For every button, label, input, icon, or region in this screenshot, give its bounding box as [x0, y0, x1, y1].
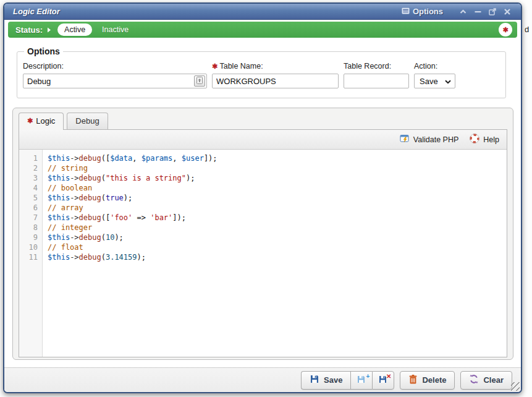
- code-token: (: [101, 194, 106, 202]
- table-name-field: ✱ Table Name:: [212, 62, 339, 88]
- code-line[interactable]: // boolean: [48, 183, 507, 193]
- code-token: =>: [132, 213, 150, 222]
- save-button-group: Save + ✕: [301, 371, 394, 390]
- popout-icon: [489, 8, 496, 15]
- titlebar[interactable]: Logic Editor Options: [4, 4, 521, 20]
- asterisk-icon: ✱: [502, 26, 508, 34]
- status-label: Status:: [15, 25, 43, 35]
- chevron-up-icon: [460, 9, 467, 14]
- delete-button[interactable]: Delete: [400, 371, 455, 390]
- table-name-label: ✱ Table Name:: [212, 62, 339, 70]
- code-token: ]);: [204, 154, 217, 163]
- code-line[interactable]: $this->debug(3.14159);: [48, 252, 507, 262]
- plus-badge-icon: +: [366, 374, 370, 380]
- table-record-input[interactable]: [344, 74, 409, 88]
- line-number: 8: [19, 223, 38, 233]
- code-line[interactable]: $this->debug(10);: [48, 233, 507, 242]
- line-number: 7: [19, 213, 38, 223]
- minus-icon: [475, 11, 481, 13]
- clear-button-label: Clear: [483, 375, 504, 385]
- close-button[interactable]: [501, 6, 513, 17]
- code-token: );: [114, 233, 123, 242]
- lifebuoy-icon: [470, 134, 479, 145]
- code-line[interactable]: $this->debug("this is a string");: [48, 173, 507, 183]
- code-token: ([: [101, 213, 110, 222]
- status-bar: Status: Active Inactive ✱: [8, 22, 517, 38]
- code-token: $params: [141, 154, 173, 163]
- table-record-label: Table Record:: [344, 62, 409, 70]
- status-option-active[interactable]: Active: [57, 23, 92, 36]
- help-button[interactable]: Help: [470, 134, 499, 145]
- action-select-value: Save: [420, 77, 438, 86]
- line-number: 2: [19, 163, 38, 173]
- close-icon: [504, 9, 510, 15]
- line-number: 1: [19, 153, 38, 163]
- save-button-label: Save: [324, 375, 342, 385]
- code-token: ([: [101, 154, 110, 163]
- code-token: 'foo': [110, 213, 132, 222]
- popout-button[interactable]: [486, 6, 499, 17]
- editor-toolbar: Validate PHP Help: [19, 130, 507, 150]
- code-token: debug: [79, 233, 101, 242]
- tab-logic[interactable]: ✱ Logic: [19, 113, 64, 130]
- code-token: debug: [79, 154, 101, 163]
- code-token: debug: [79, 194, 101, 202]
- code-token: debug: [79, 174, 101, 182]
- code-token: // float: [48, 243, 83, 252]
- code-line[interactable]: // array: [48, 203, 507, 213]
- clear-button[interactable]: Clear: [460, 371, 512, 390]
- line-number: 4: [19, 183, 38, 193]
- list-icon: [402, 7, 410, 17]
- code-token: $this: [48, 194, 70, 202]
- table-name-input[interactable]: [212, 74, 339, 88]
- line-number: 10: [19, 242, 38, 252]
- validate-php-button[interactable]: Validate PHP: [400, 134, 458, 145]
- collapse-button[interactable]: [457, 6, 469, 17]
- action-select[interactable]: Save: [414, 74, 455, 88]
- caret-right-icon: [47, 27, 51, 33]
- resize-grip[interactable]: [511, 382, 520, 391]
- minimize-button[interactable]: [471, 6, 484, 17]
- code-line[interactable]: $this->debug(['foo' => 'bar']);: [48, 213, 507, 223]
- code-area[interactable]: 1234567891011 $this->debug([$data, $para…: [19, 150, 507, 357]
- save-and-new-button[interactable]: +: [350, 371, 372, 390]
- save-button[interactable]: Save: [301, 371, 350, 390]
- code-token: ->: [70, 233, 78, 242]
- table-name-label-text: Table Name:: [219, 62, 263, 70]
- line-number: 6: [19, 203, 38, 213]
- tab-debug[interactable]: Debug: [67, 113, 108, 129]
- code-line[interactable]: // string: [48, 163, 507, 173]
- code-token: (: [101, 174, 106, 182]
- description-input[interactable]: [23, 74, 207, 88]
- logic-editor-dialog: Logic Editor Options Status:: [3, 2, 522, 393]
- validate-php-icon: [400, 134, 410, 145]
- code-token: ]);: [172, 213, 186, 222]
- code-token: );: [186, 174, 195, 182]
- code-token: // boolean: [48, 184, 92, 192]
- code-token: (: [101, 253, 106, 262]
- code-token: // integer: [48, 223, 92, 232]
- code-line[interactable]: $this->debug([$data, $params, $user]);: [48, 153, 507, 163]
- code-token: ->: [70, 194, 78, 202]
- save-plus-icon: [357, 374, 366, 386]
- code-line[interactable]: // float: [48, 242, 507, 252]
- code-line[interactable]: $this->debug(true);: [48, 193, 507, 203]
- line-number: 11: [19, 252, 38, 262]
- save-disk-icon: [310, 374, 319, 386]
- code-token: $user: [182, 154, 204, 163]
- options-menu-button[interactable]: Options: [402, 7, 443, 17]
- screen: d Logic Editor Options: [0, 0, 532, 397]
- code-token: $this: [48, 174, 70, 182]
- code-content[interactable]: $this->debug([$data, $params, $user]);//…: [43, 150, 507, 357]
- status-option-inactive[interactable]: Inactive: [102, 25, 129, 34]
- code-token: debug: [79, 253, 101, 262]
- description-field: Description:: [23, 62, 207, 88]
- tab-strip: ✱ Logic Debug: [13, 108, 513, 129]
- code-token: ->: [70, 253, 78, 262]
- description-expand-button[interactable]: [194, 75, 205, 87]
- required-asterisk-icon: ✱: [212, 62, 217, 70]
- x-badge-icon: ✕: [386, 374, 391, 380]
- code-line[interactable]: // integer: [48, 223, 507, 233]
- save-and-close-button[interactable]: ✕: [372, 371, 394, 390]
- options-field-row: Description: ✱ Table Name: Table Record:…: [23, 62, 499, 88]
